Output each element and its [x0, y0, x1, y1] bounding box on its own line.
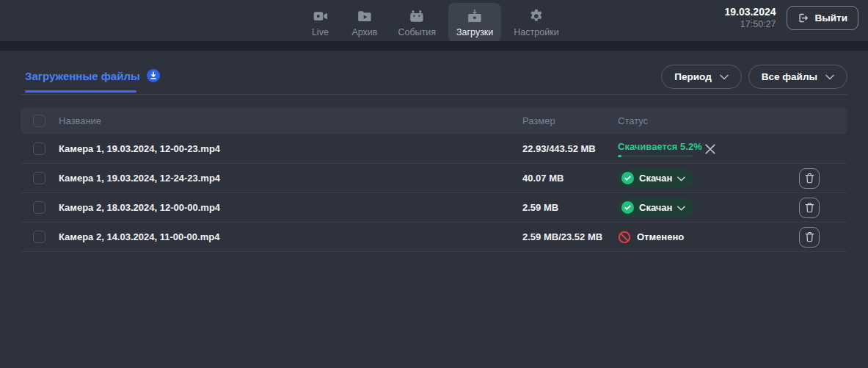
downloading-status-label: Скачивается 5.2% — [618, 141, 693, 152]
cancelled-icon — [618, 231, 631, 244]
nav-label-settings: Настройки — [514, 27, 558, 37]
nav-label-archive: Архив — [351, 27, 377, 37]
delete-file-button[interactable] — [799, 227, 820, 248]
datetime-block: 19.03.2024 17:50:27 — [724, 6, 776, 30]
check-circle-icon — [621, 201, 634, 214]
app-window: Live Архив События Загрузки — [0, 0, 868, 368]
downloads-icon — [467, 8, 483, 24]
file-size: 2.59 MB — [522, 202, 618, 213]
nav-item-settings[interactable]: Настройки — [506, 3, 566, 42]
delete-file-button[interactable] — [799, 198, 820, 218]
delete-file-button[interactable] — [799, 168, 820, 189]
close-icon — [704, 143, 716, 155]
tabs-divider — [21, 94, 847, 95]
column-header-name: Название — [59, 115, 522, 126]
download-badge-icon — [147, 69, 160, 82]
chevron-down-icon — [677, 176, 685, 181]
downloads-page: Загруженные файлы Период Все файлы — [0, 51, 868, 368]
nav-item-events[interactable]: События — [390, 3, 444, 42]
period-dropdown-label: Период — [674, 71, 711, 82]
active-tab-indicator — [25, 90, 136, 93]
main-nav: Live Архив События Загрузки — [301, 3, 566, 42]
file-size: 2.59 MB/23.52 MB — [522, 231, 618, 242]
period-dropdown[interactable]: Период — [661, 65, 741, 89]
video-camera-icon — [312, 8, 328, 24]
downloaded-status-label: Скачан — [639, 202, 672, 213]
file-name: Камера 2, 18.03.2024, 12-00-00.mp4 — [59, 202, 522, 213]
top-right-area: 19.03.2024 17:50:27 Выйти — [724, 6, 858, 30]
chevron-down-icon — [825, 74, 834, 80]
nav-label-events: События — [398, 27, 436, 37]
current-time: 17:50:27 — [724, 19, 776, 31]
logout-button[interactable]: Выйти — [787, 6, 859, 30]
status-cancelled: Отменено — [618, 231, 684, 244]
logout-label: Выйти — [815, 12, 848, 24]
filters-bar: Период Все файлы — [661, 65, 847, 89]
table-row: Камера 2, 18.03.2024, 12-00-00.mp4 2.59 … — [21, 193, 847, 223]
chevron-down-icon — [677, 206, 685, 211]
nav-label-downloads: Загрузки — [456, 27, 493, 37]
download-progress-bar — [618, 155, 693, 157]
download-progress-fill — [618, 155, 621, 157]
table-row: Камера 2, 14.03.2024, 11-00-00.mp4 2.59 … — [21, 223, 847, 252]
downloaded-status-pill[interactable]: Скачан — [618, 198, 693, 217]
file-name: Камера 1, 19.03.2024, 12-24-23.mp4 — [59, 173, 522, 184]
top-bar: Live Архив События Загрузки — [0, 0, 868, 41]
file-size: 22.93/443.52 MB — [522, 143, 618, 154]
trash-icon — [805, 202, 814, 213]
downloads-table: Название Размер Статус Камера 1, 19.03.2… — [21, 107, 847, 252]
row-checkbox[interactable] — [33, 172, 45, 184]
nav-label-live: Live — [312, 27, 329, 37]
nav-item-downloads[interactable]: Загрузки — [448, 3, 501, 42]
column-header-size: Размер — [522, 115, 618, 126]
trash-icon — [805, 231, 814, 242]
tab-downloaded-files-label: Загруженные файлы — [25, 70, 140, 82]
nav-item-live[interactable]: Live — [301, 3, 339, 42]
file-name: Камера 2, 14.03.2024, 11-00-00.mp4 — [59, 231, 522, 242]
settings-gear-icon — [528, 8, 544, 24]
chevron-down-icon — [720, 74, 729, 80]
logout-icon — [798, 12, 809, 24]
downloaded-status-pill[interactable]: Скачан — [618, 169, 693, 187]
row-checkbox[interactable] — [33, 201, 45, 214]
nav-item-archive[interactable]: Архив — [343, 3, 385, 42]
table-row: Камера 1, 19.03.2024, 12-24-23.mp4 40.07… — [21, 164, 847, 193]
check-circle-icon — [621, 172, 634, 184]
column-header-status: Статус — [618, 115, 799, 126]
file-name: Камера 1, 19.03.2024, 12-00-23.mp4 — [59, 143, 522, 154]
row-checkbox[interactable] — [33, 231, 45, 243]
events-icon — [409, 8, 425, 24]
row-checkbox[interactable] — [33, 142, 45, 155]
cancelled-status-label: Отменено — [637, 231, 684, 242]
trash-icon — [805, 173, 814, 184]
status-downloading: Скачивается 5.2% — [618, 141, 718, 157]
header-divider-band — [0, 41, 868, 51]
downloaded-status-label: Скачан — [639, 173, 672, 184]
table-row: Камера 1, 19.03.2024, 12-00-23.mp4 22.93… — [21, 134, 847, 164]
current-date: 19.03.2024 — [724, 6, 776, 19]
file-type-filter-dropdown[interactable]: Все файлы — [748, 65, 847, 89]
select-all-checkbox[interactable] — [33, 115, 45, 127]
file-type-filter-label: Все файлы — [762, 71, 817, 82]
archive-folder-icon — [357, 8, 373, 24]
tab-downloaded-files[interactable]: Загруженные файлы — [25, 69, 160, 82]
table-header-row: Название Размер Статус — [21, 107, 847, 134]
file-size: 40.07 MB — [522, 173, 618, 184]
cancel-download-button[interactable] — [703, 142, 718, 156]
